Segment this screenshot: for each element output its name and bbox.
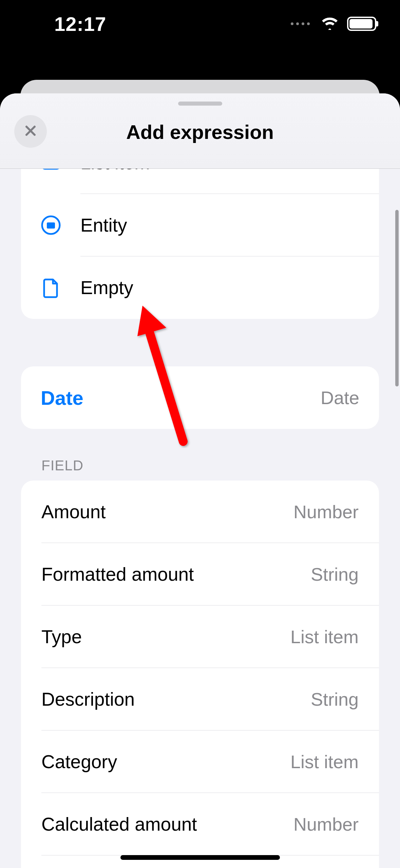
expression-row-label: List item <box>80 169 150 174</box>
svg-rect-3 <box>47 222 55 229</box>
field-name: Type <box>41 626 82 648</box>
home-indicator[interactable] <box>120 855 280 860</box>
field-section-header: FIELD <box>41 457 379 474</box>
expression-row-entity[interactable]: Entity <box>21 194 379 256</box>
selected-expression-card[interactable]: Date Date <box>21 366 379 429</box>
field-row-description[interactable]: Description String <box>21 668 379 730</box>
modal-sheet: Add expression List item Entity <box>0 93 400 868</box>
scroll-indicator[interactable] <box>395 210 399 386</box>
expression-row-label: Entity <box>80 214 127 236</box>
document-icon <box>21 277 80 299</box>
field-row-category[interactable]: Category List item <box>21 730 379 793</box>
field-name: Formatted amount <box>41 563 194 585</box>
status-dots-icon <box>291 22 310 25</box>
status-time: 12:17 <box>54 13 106 35</box>
wifi-icon <box>321 16 339 31</box>
sheet-header: Add expression <box>0 93 400 169</box>
field-name: Category <box>41 751 117 773</box>
field-type: List item <box>290 626 359 647</box>
field-row-calculated-amount[interactable]: Calculated amount Number <box>21 793 379 855</box>
selected-expression-type: Date <box>321 387 359 408</box>
field-row-type[interactable]: Type List item <box>21 605 379 668</box>
expression-row-empty[interactable]: Empty <box>21 256 379 319</box>
sheet-grabber[interactable] <box>178 102 222 106</box>
list-item-icon <box>21 169 80 174</box>
status-bar: 12:17 <box>0 0 400 61</box>
expression-row-label: Empty <box>80 277 133 299</box>
entity-icon <box>21 214 80 236</box>
field-type: List item <box>290 751 359 772</box>
field-list: Amount Number Formatted amount String Ty… <box>21 481 379 868</box>
field-row-amount[interactable]: Amount Number <box>21 481 379 543</box>
expression-type-list: List item Entity Empty <box>21 169 379 319</box>
selected-expression-label: Date <box>41 386 83 409</box>
field-name: Calculated amount <box>41 813 197 835</box>
field-type: String <box>311 689 359 710</box>
field-type: Number <box>293 814 359 835</box>
field-name: Amount <box>41 501 106 523</box>
status-right <box>291 16 376 31</box>
battery-icon <box>347 17 376 31</box>
expression-row-list-item[interactable]: List item <box>21 169 379 194</box>
sheet-title: Add expression <box>0 121 400 143</box>
field-row-formatted-amount[interactable]: Formatted amount String <box>21 543 379 605</box>
field-type: String <box>311 564 359 585</box>
field-name: Description <box>41 688 135 710</box>
field-type: Number <box>293 501 359 522</box>
sheet-body: List item Entity Empty Date <box>0 169 400 868</box>
